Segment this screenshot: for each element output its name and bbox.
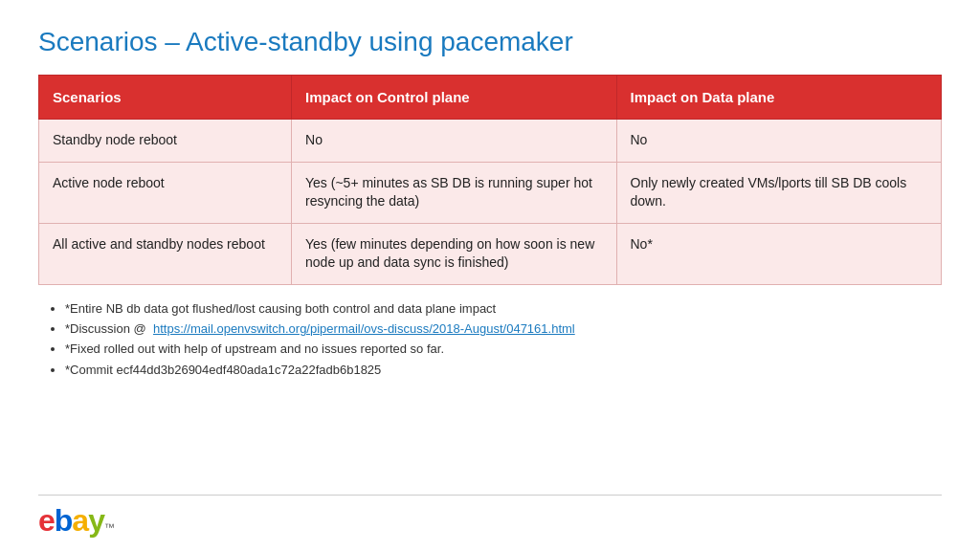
page-container: Scenarios – Active-standby using pacemak… [0,0,980,551]
table-row: Active node reboot Yes (~5+ minutes as S… [39,162,942,223]
scenario-3: All active and standby nodes reboot [39,223,292,284]
scenarios-table: Scenarios Impact on Control plane Impact… [38,75,942,285]
control-plane-3: Yes (few minutes depending on how soon i… [292,223,616,284]
logo-tm: ™ [104,522,114,533]
header-control-plane: Impact on Control plane [292,76,616,120]
scenario-1: Standby node reboot [39,120,292,163]
discussion-link[interactable]: https://mail.openvswitch.org/pipermail/o… [153,321,575,336]
header-data-plane: Impact on Data plane [616,76,942,120]
footer: ebay™ [38,495,942,536]
scenario-2: Active node reboot [39,162,292,223]
logo-a: a [72,505,88,536]
note-3: *Fixed rolled out with help of upstream … [65,341,942,358]
data-plane-3: No* [616,223,942,284]
note-1: *Entire NB db data got flushed/lost caus… [65,300,942,318]
note-4: *Commit ecf44dd3b26904edf480ada1c72a22fa… [65,362,942,379]
table-row: All active and standby nodes reboot Yes … [39,223,942,284]
control-plane-2: Yes (~5+ minutes as SB DB is running sup… [292,162,616,223]
data-plane-2: Only newly created VMs/lports till SB DB… [616,162,942,223]
header-scenarios: Scenarios [39,76,292,120]
control-plane-1: No [292,120,616,163]
logo-y: y [88,505,104,536]
table-row: Standby node reboot No No [39,120,942,163]
ebay-logo: ebay™ [38,505,114,536]
logo-b: b [55,505,73,536]
logo-e: e [38,505,55,536]
data-plane-1: No [616,120,942,163]
note-2: *Discussion @ https://mail.openvswitch.o… [65,320,942,338]
notes-section: *Entire NB db data got flushed/lost caus… [38,300,942,382]
page-title: Scenarios – Active-standby using pacemak… [38,27,942,57]
